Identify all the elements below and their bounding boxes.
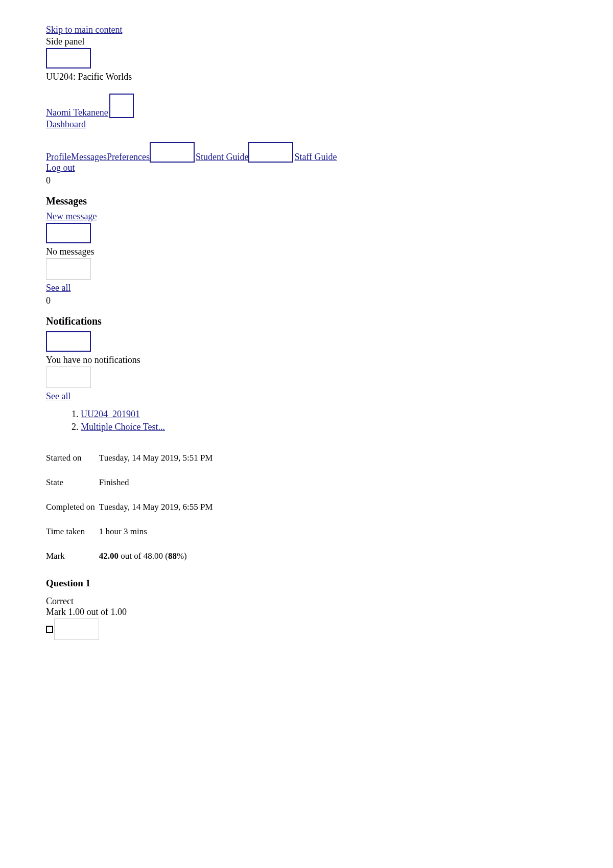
course-title: UU204: Pacific Worlds <box>46 72 132 82</box>
notifications-count: 0 <box>46 295 567 306</box>
completed-on-label: Completed on <box>46 495 98 519</box>
nav-student-guide[interactable]: Student Guide <box>196 152 249 163</box>
notifications-heading: Notifications <box>46 315 567 327</box>
notifications-box[interactable] <box>46 331 91 352</box>
breadcrumb: UU204_201901 Multiple Choice Test... <box>46 409 567 432</box>
nav-preferences[interactable]: Preferences <box>107 152 150 163</box>
see-all-notifications-link[interactable]: See all <box>46 391 70 401</box>
started-on-value: Tuesday, 14 May 2019, 5:51 PM <box>98 446 216 470</box>
nav-staff-guide[interactable]: Staff Guide <box>294 152 337 163</box>
time-taken-label: Time taken <box>46 519 98 544</box>
breadcrumb-item-1[interactable]: UU204_201901 <box>81 409 140 419</box>
side-panel-label: Side panel <box>46 36 84 47</box>
logout-link[interactable]: Log out <box>46 163 75 173</box>
state-label: State <box>46 470 98 495</box>
user-avatar-box[interactable] <box>109 94 134 118</box>
new-message-box[interactable] <box>46 223 91 243</box>
breadcrumb-item-2[interactable]: Multiple Choice Test... <box>81 422 165 432</box>
skip-link[interactable]: Skip to main content <box>46 25 122 35</box>
nav-box-2[interactable] <box>248 142 293 163</box>
time-taken-value: 1 hour 3 mins <box>98 519 216 544</box>
question-status: Correct <box>46 596 567 607</box>
quiz-summary-table: Started on Tuesday, 14 May 2019, 5:51 PM… <box>46 446 216 568</box>
side-panel-button[interactable] <box>46 48 91 68</box>
messages-loading-box <box>46 258 91 280</box>
user-name-link[interactable]: Naomi Tekanene <box>46 107 108 118</box>
mark-value: 42.00 out of 48.00 (88%) <box>98 544 216 568</box>
flag-checkbox-icon[interactable] <box>46 626 53 633</box>
flag-question-box[interactable] <box>54 619 99 640</box>
question-mark: Mark 1.00 out of 1.00 <box>46 607 567 618</box>
messages-count: 0 <box>46 175 567 186</box>
dashboard-link[interactable]: Dashboard <box>46 119 86 129</box>
notifications-loading-box <box>46 367 91 388</box>
nav-profile[interactable]: Profile <box>46 152 71 163</box>
new-message-link[interactable]: New message <box>46 211 97 221</box>
no-notifications-text: You have no notifications <box>46 355 140 365</box>
mark-label: Mark <box>46 544 98 568</box>
state-value: Finished <box>98 470 216 495</box>
messages-heading: Messages <box>46 195 567 207</box>
nav-messages[interactable]: Messages <box>71 152 107 163</box>
question-heading: Question 1 <box>46 578 567 589</box>
started-on-label: Started on <box>46 446 98 470</box>
see-all-messages-link[interactable]: See all <box>46 283 70 293</box>
nav-box-1[interactable] <box>150 142 195 163</box>
completed-on-value: Tuesday, 14 May 2019, 6:55 PM <box>98 495 216 519</box>
no-messages-text: No messages <box>46 246 94 257</box>
